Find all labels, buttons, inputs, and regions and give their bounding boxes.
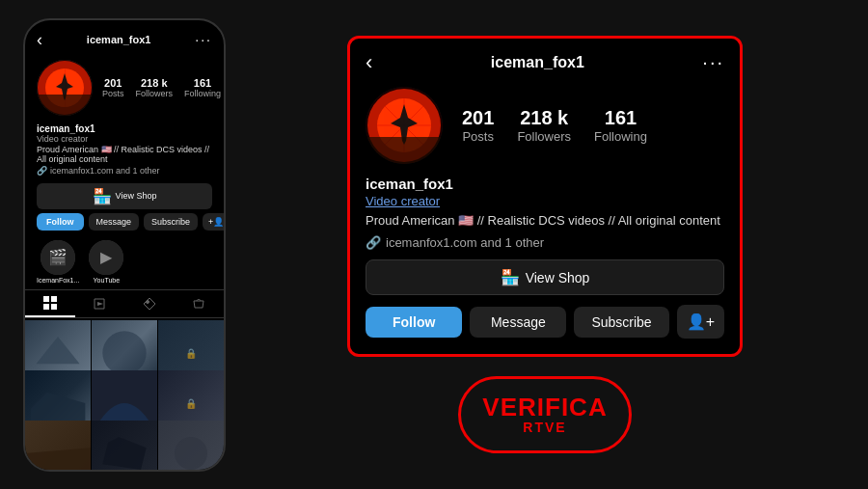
- right-panel: ‹ iceman_fox1 ···: [245, 36, 845, 453]
- card-shop-icon: 🏪: [501, 268, 520, 286]
- card-stat-following: 161 Following: [594, 107, 647, 144]
- card-subscribe-button[interactable]: Subscribe: [574, 307, 668, 338]
- lock-icon-6: 🔒: [185, 397, 197, 408]
- card-posts-count: 201: [462, 107, 494, 129]
- phone-posts-count: 201: [104, 77, 122, 89]
- phone-bio-text: Proud American 🇺🇸 // Realistic DCS video…: [37, 145, 212, 164]
- card-back-icon[interactable]: ‹: [366, 50, 372, 75]
- phone-tabs: [25, 289, 224, 318]
- highlight-circle-2: ▶: [89, 240, 123, 275]
- verifica-badge: VERIFICA RTVE: [458, 376, 632, 453]
- main-container: ‹ iceman_fox1 ··· 201: [0, 0, 868, 489]
- highlight-label-1: IcemanFox1...: [37, 277, 79, 284]
- phone-subscribe-button[interactable]: Subscribe: [144, 213, 198, 231]
- svg-text:🎬: 🎬: [48, 248, 68, 266]
- expanded-profile-card: ‹ iceman_fox1 ···: [347, 36, 743, 357]
- svg-rect-9: [43, 296, 49, 302]
- verifica-label: VERIFICA: [482, 394, 607, 420]
- card-header: ‹ iceman_fox1 ···: [366, 50, 724, 75]
- card-link-icon: 🔗: [366, 235, 381, 250]
- card-bio-creator[interactable]: Video creator: [366, 194, 724, 208]
- card-followers-count: 218 k: [520, 107, 568, 129]
- phone-followers-count: 218 k: [141, 77, 168, 89]
- phone-avatar: [37, 60, 93, 116]
- highlight-item-1[interactable]: 🎬 IcemanFox1...: [37, 240, 79, 284]
- svg-rect-11: [43, 304, 49, 310]
- phone-back-icon[interactable]: ‹: [37, 30, 42, 50]
- svg-rect-10: [51, 296, 57, 302]
- highlight-label-2: YouTube: [94, 277, 121, 284]
- phone-add-button[interactable]: +👤: [203, 213, 226, 231]
- phone-mockup: ‹ iceman_fox1 ··· 201: [23, 18, 226, 472]
- link-icon: 🔗: [37, 166, 47, 176]
- card-following-count: 161: [605, 107, 637, 129]
- card-link-text: icemanfox1.com and 1 other: [386, 235, 544, 250]
- phone-stat-following: 161 Following: [184, 77, 221, 98]
- card-stats: 201 Posts 218 k Followers 161 Following: [462, 107, 647, 144]
- card-viewshop-label: View Shop: [526, 270, 590, 285]
- phone-tab-grid[interactable]: [25, 290, 75, 317]
- card-stat-posts: 201 Posts: [462, 107, 494, 144]
- grid-item-8[interactable]: [92, 421, 157, 470]
- card-followers-label: Followers: [517, 129, 571, 144]
- card-add-button[interactable]: 👤+: [677, 305, 724, 339]
- phone-link-text: icemanfox1.com and 1 other: [50, 166, 160, 176]
- card-message-button[interactable]: Message: [470, 307, 566, 338]
- phone-tab-tagged[interactable]: [124, 290, 175, 317]
- phone-profile-section: 201 Posts 218 k Followers 161 Following: [25, 56, 224, 122]
- phone-followers-label: Followers: [136, 89, 174, 98]
- svg-rect-4: [37, 95, 93, 116]
- card-avatar: [366, 87, 443, 164]
- card-stat-followers: 218 k Followers: [517, 107, 571, 144]
- phone-actions: Follow Message Subscribe +👤: [25, 213, 224, 236]
- svg-point-14: [102, 331, 146, 374]
- phone-viewshop-label: View Shop: [116, 191, 157, 201]
- svg-point-16: [175, 437, 207, 470]
- shop-icon: 🏪: [93, 187, 112, 205]
- phone-highlights: 🎬 IcemanFox1... ▶ YouTube: [25, 236, 224, 289]
- phone-tab-reels[interactable]: [75, 290, 125, 317]
- phone-dots-icon[interactable]: ···: [195, 32, 212, 47]
- highlight-circle-1: 🎬: [41, 240, 75, 275]
- svg-point-13: [146, 300, 149, 303]
- card-posts-label: Posts: [462, 129, 494, 144]
- lock-icon-3: 🔒: [185, 347, 197, 358]
- phone-bio: iceman_fox1 Video creator Proud American…: [25, 122, 224, 179]
- card-link[interactable]: 🔗 icemanfox1.com and 1 other: [366, 235, 724, 250]
- phone-stat-followers: 218 k Followers: [136, 77, 174, 98]
- card-dots-icon[interactable]: ···: [702, 51, 724, 73]
- card-bio-name: iceman_fox1: [366, 176, 724, 192]
- phone-message-button[interactable]: Message: [89, 213, 140, 231]
- svg-rect-24: [366, 137, 443, 164]
- svg-rect-12: [51, 304, 57, 310]
- grid-item-9[interactable]: [158, 421, 224, 470]
- phone-header: ‹ iceman_fox1 ···: [25, 20, 224, 56]
- phone-bio-creator: Video creator: [37, 134, 212, 144]
- phone-stats: 201 Posts 218 k Followers 161 Following: [102, 77, 221, 98]
- card-username: iceman_fox1: [491, 54, 584, 71]
- phone-username: iceman_fox1: [87, 34, 151, 45]
- card-actions: Follow Message Subscribe 👤+: [366, 305, 724, 339]
- phone-following-count: 161: [194, 77, 211, 89]
- phone-viewshop-btn[interactable]: 🏪 View Shop: [37, 183, 212, 209]
- phone-bio-name: iceman_fox1: [37, 123, 212, 134]
- rtve-label: RTVE: [523, 420, 566, 435]
- card-following-label: Following: [594, 129, 647, 144]
- phone-posts-label: Posts: [102, 89, 124, 98]
- phone-stat-posts: 201 Posts: [102, 77, 124, 98]
- card-follow-button[interactable]: Follow: [366, 307, 462, 338]
- card-viewshop-button[interactable]: 🏪 View Shop: [366, 259, 724, 295]
- grid-item-7[interactable]: [25, 421, 91, 470]
- phone-following-label: Following: [184, 89, 221, 98]
- svg-text:▶: ▶: [100, 249, 113, 265]
- phone-link[interactable]: 🔗 icemanfox1.com and 1 other: [37, 166, 212, 176]
- phone-tab-shop[interactable]: [175, 290, 225, 317]
- card-profile-row: 201 Posts 218 k Followers 161 Following: [366, 87, 724, 164]
- card-bio-text: Proud American 🇺🇸 // Realistic DCS video…: [366, 212, 724, 230]
- highlight-item-2[interactable]: ▶ YouTube: [89, 240, 123, 284]
- phone-follow-button[interactable]: Follow: [37, 213, 84, 231]
- phone-image-grid: 🔒 🔒: [25, 320, 224, 470]
